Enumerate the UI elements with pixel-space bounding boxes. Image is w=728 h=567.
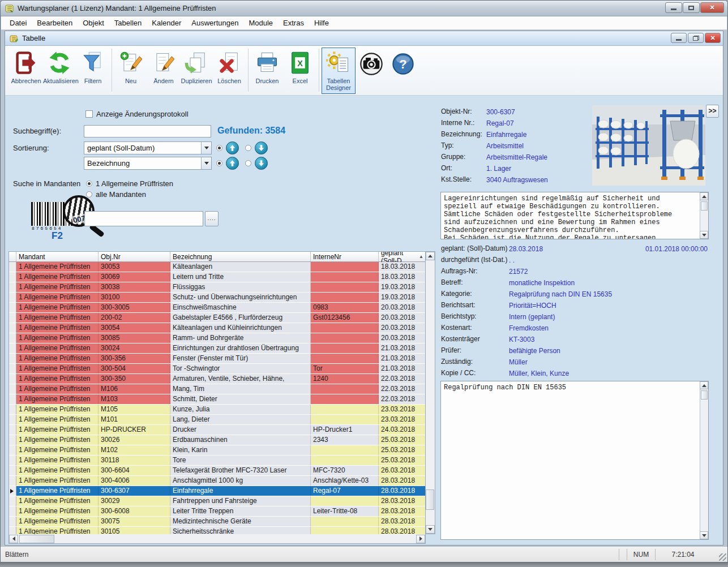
table-row[interactable]: 1 Allgemeine Prüffristen 300-6008 Leiter… bbox=[9, 506, 425, 517]
mandant-all-radio[interactable] bbox=[86, 191, 92, 197]
maximize-button[interactable] bbox=[683, 2, 700, 13]
camera-button[interactable] bbox=[356, 48, 387, 94]
cell-mandant: 1 Allgemeine Prüffristen bbox=[16, 282, 99, 292]
scroll-down-button[interactable] bbox=[700, 231, 708, 239]
mandant-current-radio[interactable] bbox=[86, 181, 92, 187]
scroll-right-button[interactable] bbox=[416, 535, 425, 543]
sort2-up-button[interactable] bbox=[226, 157, 239, 170]
table-vertical-scrollbar[interactable] bbox=[426, 251, 435, 534]
scroll-up-button[interactable] bbox=[700, 381, 708, 389]
description-memo[interactable]: Lagereinrichtungen sind regelmäßig auf S… bbox=[440, 192, 709, 239]
table-row[interactable]: 1 Allgemeine Prüffristen M101 Lang, Diet… bbox=[9, 415, 425, 425]
excel-button[interactable]: X Excel bbox=[284, 48, 316, 94]
scroll-left-button[interactable] bbox=[9, 535, 18, 543]
sort1-down-button[interactable] bbox=[255, 141, 268, 154]
table-row[interactable]: 1 Allgemeine Prüffristen 200-02 Gabelsta… bbox=[9, 313, 425, 323]
sort1-up-button[interactable] bbox=[226, 141, 239, 154]
col-objnr[interactable]: Obj.Nr bbox=[99, 252, 170, 261]
scroll-up-button[interactable] bbox=[426, 252, 435, 260]
table-row[interactable]: 1 Allgemeine Prüffristen 300-504 Tor -Sc… bbox=[9, 364, 425, 374]
resize-grip[interactable] bbox=[719, 553, 726, 561]
memo-scrollbar[interactable] bbox=[700, 381, 708, 539]
neu-button[interactable]: Neu bbox=[114, 48, 147, 94]
aendern-button[interactable]: Ändern bbox=[147, 48, 180, 94]
menu-item[interactable]: Extras bbox=[278, 17, 309, 29]
col-internenr[interactable]: InterneNr bbox=[311, 252, 379, 261]
row-pointer-cell bbox=[9, 394, 16, 404]
sort2-desc-radio[interactable] bbox=[245, 160, 251, 166]
col-bezeichnung[interactable]: Bezeichnung bbox=[170, 252, 311, 261]
memo-scroll-thumb[interactable] bbox=[701, 201, 708, 211]
dropdown-arrow-icon[interactable] bbox=[201, 142, 211, 154]
scroll-down-button[interactable] bbox=[700, 531, 708, 539]
menu-item[interactable]: Hilfe bbox=[309, 17, 334, 29]
child-close-button[interactable]: ✕ bbox=[705, 33, 721, 43]
scroll-down-button[interactable] bbox=[426, 525, 435, 534]
menu-item[interactable]: Auswertungen bbox=[186, 17, 243, 29]
aenderungsprotokoll-checkbox[interactable] bbox=[85, 110, 93, 118]
table-row[interactable]: 1 Allgemeine Prüffristen 30038 Flüssigga… bbox=[9, 282, 425, 293]
table-row[interactable]: 1 Allgemeine Prüffristen 30075 Medizinte… bbox=[9, 517, 425, 527]
table-row[interactable]: 1 Allgemeine Prüffristen 30053 Kälteanla… bbox=[9, 262, 425, 272]
menu-item[interactable]: Tabellen bbox=[109, 17, 147, 29]
browse-button[interactable]: .... bbox=[205, 211, 219, 226]
table-row[interactable]: 1 Allgemeine Prüffristen 30029 Fahrtrepp… bbox=[9, 496, 425, 506]
table-row[interactable]: 1 Allgemeine Prüffristen M103 Schmitt, D… bbox=[9, 394, 425, 405]
menu-item[interactable]: Datei bbox=[5, 17, 32, 29]
filtern-button[interactable]: Filtern bbox=[76, 48, 109, 94]
table-row[interactable]: 1 Allgemeine Prüffristen 300-6307 Einfah… bbox=[9, 486, 425, 496]
table-row[interactable]: 1 Allgemeine Prüffristen 30118 Tore 25.0… bbox=[9, 456, 425, 466]
table-row[interactable]: 1 Allgemeine Prüffristen 30085 Ramm- und… bbox=[9, 333, 425, 343]
aktualisieren-button[interactable]: Aktualisieren bbox=[42, 48, 76, 94]
cell-objnr: 300-350 bbox=[99, 374, 170, 384]
cell-geplant: 19.03.2018 bbox=[379, 293, 426, 302]
sort1-desc-radio[interactable] bbox=[245, 145, 251, 151]
table-row[interactable]: 1 Allgemeine Prüffristen 30054 Kälteanla… bbox=[9, 323, 425, 333]
table-horizontal-scrollbar[interactable] bbox=[8, 534, 426, 544]
tabellen-designer-button[interactable]: Tabellen Designer bbox=[322, 48, 356, 94]
minimize-button[interactable] bbox=[665, 2, 682, 13]
menu-item[interactable]: Objekt bbox=[78, 17, 109, 29]
drucken-button[interactable]: Drucken bbox=[251, 48, 284, 94]
scroll-up-button[interactable] bbox=[700, 192, 708, 200]
abbrechen-button[interactable]: Abbrechen bbox=[10, 48, 42, 94]
barcode-input[interactable] bbox=[84, 211, 203, 226]
table-row[interactable]: 1 Allgemeine Prüffristen M106 Mang, Tim … bbox=[9, 384, 425, 394]
sort-primary-dropdown[interactable]: geplant (Soll-Datum) bbox=[84, 141, 212, 154]
sort1-asc-radio[interactable] bbox=[216, 145, 222, 151]
col-geplant[interactable]: geplant (Soll-D▲ bbox=[379, 252, 426, 261]
expand-panel-button[interactable]: >> bbox=[706, 105, 719, 118]
table-row[interactable]: 1 Allgemeine Prüffristen 30026 Erdbaumas… bbox=[9, 435, 425, 445]
dropdown-arrow-icon[interactable] bbox=[201, 157, 211, 169]
col-mandant[interactable]: Mandant bbox=[16, 252, 99, 261]
table-row[interactable]: 1 Allgemeine Prüffristen HP-DRUCKER Druc… bbox=[9, 425, 425, 435]
table-row[interactable]: 1 Allgemeine Prüffristen 300-4006 Anschl… bbox=[9, 476, 425, 486]
table-row[interactable]: 1 Allgemeine Prüffristen 300-6604 Telefa… bbox=[9, 466, 425, 476]
hilfe-button[interactable]: ? bbox=[387, 48, 419, 94]
category-memo[interactable]: Regalprüfung nach DIN EN 15635 bbox=[440, 381, 709, 540]
table-row[interactable]: 1 Allgemeine Prüffristen 300-3005 Einsch… bbox=[9, 303, 425, 313]
table-row[interactable]: 1 Allgemeine Prüffristen 300-350 Armatur… bbox=[9, 374, 425, 384]
loeschen-button[interactable]: Löschen bbox=[213, 48, 246, 94]
sort2-down-button[interactable] bbox=[255, 157, 268, 170]
menu-item[interactable]: Kalender bbox=[147, 17, 186, 29]
duplizieren-button[interactable]: Duplizieren bbox=[180, 48, 213, 94]
child-restore-button[interactable] bbox=[688, 33, 704, 43]
suchbegriff-input[interactable] bbox=[84, 125, 211, 138]
close-button[interactable]: ✕ bbox=[700, 2, 724, 13]
sort2-asc-radio[interactable] bbox=[216, 160, 222, 166]
table-row[interactable]: 1 Allgemeine Prüffristen 30024 Einrichtu… bbox=[9, 343, 425, 354]
table-row[interactable]: 1 Allgemeine Prüffristen M102 Klein, Kar… bbox=[9, 445, 425, 456]
table-row[interactable]: 1 Allgemeine Prüffristen 300-356 Fenster… bbox=[9, 354, 425, 364]
menu-item[interactable]: Module bbox=[243, 17, 278, 29]
vertical-scroll-thumb[interactable] bbox=[426, 489, 434, 510]
memo-scroll-thumb[interactable] bbox=[701, 390, 708, 400]
horizontal-scroll-thumb[interactable] bbox=[19, 535, 54, 543]
table-row[interactable]: 1 Allgemeine Prüffristen 30100 Schutz- u… bbox=[9, 293, 425, 303]
memo-scrollbar[interactable] bbox=[700, 192, 708, 239]
table-row[interactable]: 1 Allgemeine Prüffristen 30069 Leitern u… bbox=[9, 272, 425, 282]
table-row[interactable]: 1 Allgemeine Prüffristen M105 Kunze, Jul… bbox=[9, 405, 425, 415]
child-minimize-button[interactable] bbox=[671, 33, 687, 43]
sort-secondary-dropdown[interactable]: Bezeichnung bbox=[84, 157, 212, 170]
menu-item[interactable]: Bearbeiten bbox=[32, 17, 78, 29]
